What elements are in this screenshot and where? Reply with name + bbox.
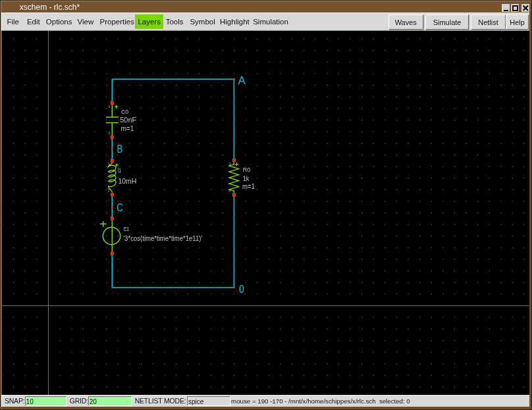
svg-text:m=1: m=1 xyxy=(242,182,255,190)
svg-text:2: 2 xyxy=(108,188,110,192)
svg-text:'3*cos(time*time*time*1e11)': '3*cos(time*time*time*1e11)' xyxy=(123,234,202,242)
svg-text:B: B xyxy=(117,143,123,155)
svg-text:C0: C0 xyxy=(121,109,128,115)
svg-text:1k: 1k xyxy=(243,174,250,182)
svg-text:10mH: 10mH xyxy=(118,177,136,185)
svg-text:1: 1 xyxy=(229,162,231,166)
svg-text:C: C xyxy=(117,202,123,213)
svg-text:1: 1 xyxy=(108,162,110,166)
svg-text:1: 1 xyxy=(109,105,111,109)
svg-text:l1: l1 xyxy=(118,167,121,174)
svg-text:E1: E1 xyxy=(124,226,129,232)
svg-text:2: 2 xyxy=(229,188,231,192)
svg-text:0: 0 xyxy=(239,283,244,295)
svg-text:2: 2 xyxy=(109,131,111,135)
svg-text:A: A xyxy=(238,74,246,87)
svg-text:50nF: 50nF xyxy=(120,116,136,124)
svg-text:R0: R0 xyxy=(243,167,250,173)
svg-text:m=1: m=1 xyxy=(120,124,134,132)
